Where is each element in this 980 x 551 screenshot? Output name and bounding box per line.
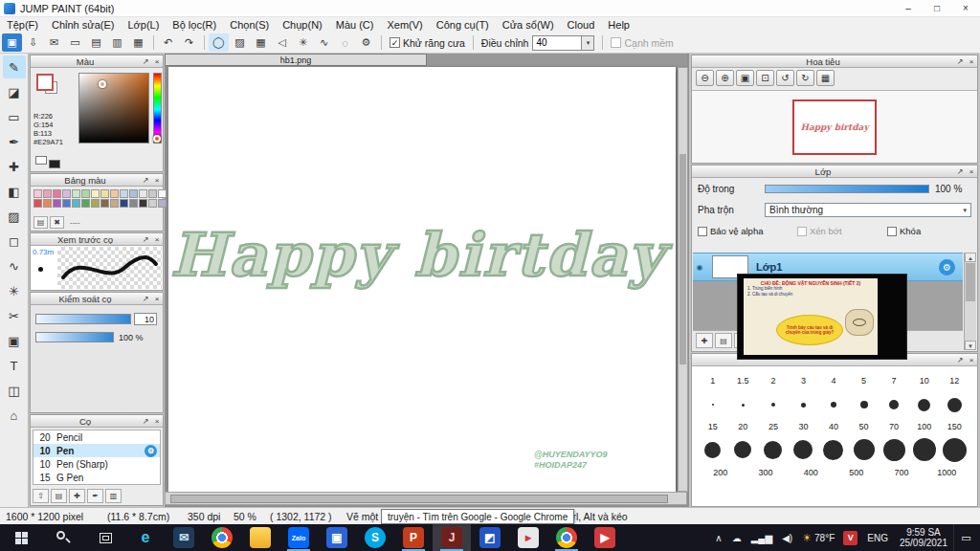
brush-size-dot[interactable] — [764, 441, 782, 459]
snap-tool[interactable]: ⌂ — [3, 404, 26, 427]
menu-item[interactable]: Cloud — [561, 19, 602, 31]
zoom-out-icon[interactable]: ⊖ — [696, 70, 714, 86]
close-icon[interactable]: × — [151, 57, 163, 66]
weather-widget[interactable]: ☀ 78°F — [797, 532, 839, 544]
brush-size-dot[interactable] — [712, 404, 714, 406]
taskbar-app-red[interactable]: ▶ — [586, 524, 624, 551]
curve-icon[interactable]: ∿ — [314, 33, 334, 52]
brush-size-dot[interactable] — [947, 398, 962, 412]
actual-size-icon[interactable]: ⊡ — [756, 70, 774, 86]
undock-icon[interactable]: ↗ — [954, 167, 966, 176]
clip-checkbox[interactable] — [797, 227, 807, 236]
task-view-button[interactable] — [84, 524, 126, 551]
duplicate-layer-icon[interactable]: ▤ — [715, 333, 732, 348]
opacity-slider[interactable] — [765, 185, 929, 193]
action-center-icon[interactable]: ▭ — [953, 524, 978, 551]
palette-swatch[interactable] — [139, 189, 147, 198]
comment-icon[interactable]: ✉ — [44, 33, 64, 52]
palette-swatch[interactable] — [139, 199, 147, 208]
video-overlay[interactable]: CHỦ ĐỀ: ĐỘNG VẬT NGUYÊN SINH (TIẾT 2) 1.… — [737, 274, 907, 360]
hue-slider[interactable] — [153, 73, 162, 143]
new-canvas-icon[interactable]: ▤ — [86, 33, 106, 52]
clock[interactable]: 9:59 SA 25/09/2021 — [894, 527, 953, 548]
menu-item[interactable]: Công cụ(T) — [430, 19, 496, 31]
palette-swatch[interactable] — [129, 189, 138, 198]
paint-logo-icon[interactable]: ▣ — [2, 33, 22, 52]
default-colors-chip[interactable] — [35, 156, 47, 165]
brush-size-dot[interactable] — [831, 402, 836, 408]
taskbar-edge[interactable]: e — [126, 524, 165, 551]
taskbar-skype[interactable]: S — [356, 524, 394, 551]
taskbar-photos[interactable]: ◩ — [471, 524, 509, 551]
close-icon[interactable]: × — [151, 295, 163, 303]
ellipse-select-icon[interactable]: ◯ — [209, 33, 229, 52]
fit-icon[interactable]: ▣ — [736, 70, 754, 86]
brush-size-dot[interactable] — [771, 403, 775, 407]
palette-swatch[interactable] — [72, 189, 80, 198]
brush-size-dot[interactable] — [704, 442, 721, 458]
add-brush-icon[interactable]: ▤ — [51, 489, 67, 503]
divide-tool[interactable]: ✂ — [3, 304, 26, 327]
brush-size-dot[interactable] — [793, 440, 813, 459]
brush-up-icon[interactable]: ⇧ — [33, 489, 49, 503]
menu-item[interactable]: Bộ lọc(R) — [166, 19, 223, 31]
open-canvas-icon[interactable]: ▥ — [107, 33, 127, 52]
undock-icon[interactable]: ↗ — [140, 176, 151, 185]
minimize-button[interactable]: – — [894, 0, 923, 17]
palette-swatch[interactable] — [81, 199, 90, 208]
tray-expand-icon[interactable]: ∧ — [710, 533, 726, 543]
brush-item-selected[interactable]: 10Pen ⚙ — [33, 444, 160, 457]
brush-size-dot[interactable] — [943, 438, 967, 462]
brush-folder-icon[interactable]: ▥ — [105, 489, 122, 503]
volume-icon[interactable]: ◀) — [777, 533, 797, 543]
antialias-checkbox[interactable]: ✓ — [390, 37, 400, 48]
menu-item[interactable]: Lớp(L) — [121, 19, 166, 31]
brush-size-dot[interactable] — [883, 439, 905, 461]
menu-item[interactable]: Xem(V) — [380, 19, 429, 31]
redo-icon[interactable]: ↷ — [179, 33, 199, 52]
brush-size-value[interactable]: 10 — [134, 313, 157, 325]
adjust-dropdown-icon[interactable]: ▾ — [582, 35, 594, 51]
saturation-value-square[interactable] — [78, 73, 149, 143]
lock-checkbox[interactable] — [887, 227, 897, 236]
hue-marker[interactable] — [153, 135, 161, 143]
close-icon[interactable]: × — [966, 356, 977, 364]
brush-size-dot[interactable] — [889, 400, 899, 409]
taskbar-app-blue[interactable]: ▣ — [318, 524, 356, 551]
brush-size-dot[interactable] — [823, 440, 843, 460]
scroll-thumb[interactable] — [170, 495, 668, 503]
layer-settings-icon[interactable]: ⚙ — [939, 259, 955, 276]
start-button[interactable] — [0, 524, 42, 551]
operation-tool[interactable]: ▣ — [3, 329, 26, 352]
brush-size-slider[interactable] — [35, 314, 131, 324]
gradient-tool[interactable]: ▨ — [3, 205, 26, 228]
palette-swatch[interactable] — [129, 199, 138, 208]
brush-item[interactable]: 10Pen (Sharp) — [33, 457, 160, 471]
close-icon[interactable]: × — [151, 176, 163, 185]
taskbar-media[interactable]: ▸ — [509, 524, 547, 551]
taskbar-zalo[interactable]: Zalo — [279, 524, 318, 551]
close-icon[interactable]: × — [151, 417, 163, 426]
rotate-right-icon[interactable]: ↻ — [796, 70, 814, 86]
blend-select[interactable]: Bình thường▾ — [765, 203, 971, 217]
taskbar-powerpoint[interactable]: P — [394, 524, 433, 551]
palette-swatch[interactable] — [148, 189, 157, 198]
rotate-left-icon[interactable]: ↺ — [776, 70, 794, 86]
undock-icon[interactable]: ↗ — [140, 57, 151, 66]
palette-swatch[interactable] — [43, 199, 52, 208]
search-button[interactable] — [42, 524, 84, 551]
taskbar-jump-paint[interactable]: J — [433, 524, 471, 551]
tool-settings-icon[interactable]: ⚙ — [356, 33, 376, 52]
menu-item[interactable]: Chọn(S) — [223, 19, 276, 31]
network-icon[interactable]: ▂▄▆ — [746, 533, 777, 543]
dot-pen-tool[interactable]: ✒ — [3, 130, 26, 153]
language-indicator[interactable]: ENG — [861, 533, 894, 543]
close-icon[interactable]: × — [151, 235, 163, 244]
layer-scrollbar[interactable]: ▲ ▼ — [964, 253, 976, 350]
lasso-tool[interactable]: ∿ — [3, 254, 26, 277]
palette-swatch[interactable] — [91, 199, 100, 208]
palette-swatch[interactable] — [33, 189, 42, 198]
taskbar-chrome[interactable] — [203, 524, 241, 551]
circle-guide-icon[interactable]: ◌ — [335, 33, 355, 52]
taskbar-file-explorer[interactable] — [241, 524, 279, 551]
